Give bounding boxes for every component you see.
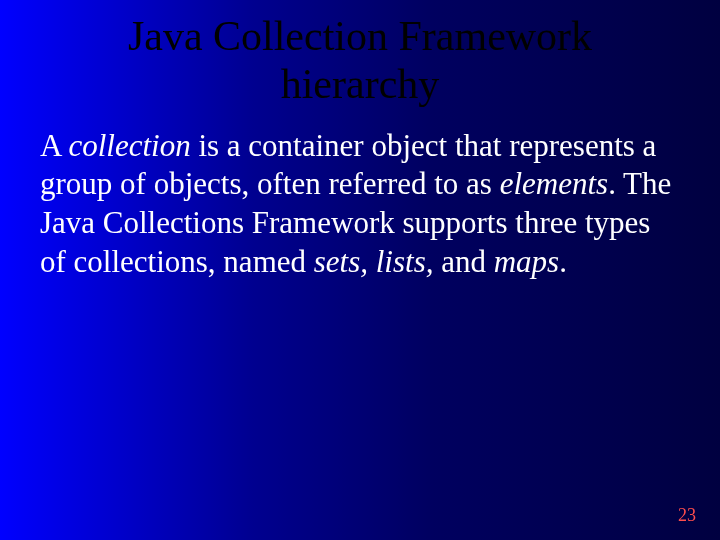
body-em-lists: lists, — [376, 244, 434, 279]
body-text-end: . — [559, 244, 567, 279]
body-em-maps: maps — [494, 244, 559, 279]
body-em-elements: elements — [500, 166, 608, 201]
body-em-collection: collection — [68, 128, 190, 163]
body-sp1 — [368, 244, 376, 279]
body-em-sets: sets, — [314, 244, 368, 279]
title-line-2: hierarchy — [281, 61, 440, 107]
title-line-1: Java Collection Framework — [128, 13, 592, 59]
slide-title: Java Collection Framework hierarchy — [0, 0, 720, 109]
slide-body: A collection is a container object that … — [0, 109, 720, 282]
page-number: 23 — [678, 505, 696, 526]
body-text-pre: A — [40, 128, 68, 163]
body-text-mid3: and — [433, 244, 493, 279]
